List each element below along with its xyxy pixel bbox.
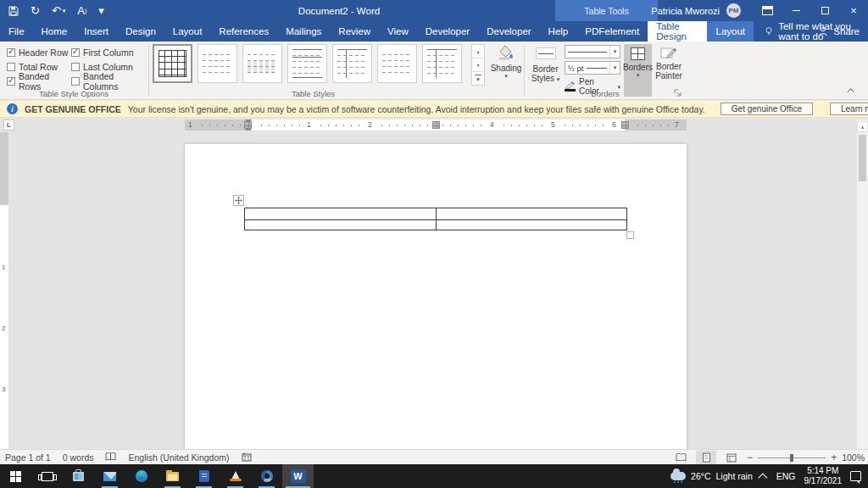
last-column-checkbox[interactable]	[71, 63, 80, 71]
undo-dropdown-icon[interactable]: ▾	[63, 8, 66, 14]
table-cell-r1c1[interactable]	[245, 208, 436, 219]
close-button[interactable]: ×	[839, 0, 868, 21]
start-button[interactable]	[0, 464, 31, 488]
scroll-up-icon[interactable]: ▴	[857, 121, 868, 132]
borders-dialog-launcher-icon[interactable]	[674, 89, 682, 97]
language-switcher[interactable]: ENG	[776, 471, 796, 481]
zoom-level[interactable]: 100%	[842, 452, 865, 463]
tab-file[interactable]: File	[0, 21, 33, 42]
tab-stop-selector[interactable]: L	[3, 119, 14, 130]
table-column-marker-right[interactable]	[621, 121, 629, 129]
undo-icon[interactable]: ↶▾	[52, 5, 65, 16]
checkbox-first-column[interactable]: First Column	[71, 45, 146, 59]
shading-dropdown-icon[interactable]: ▾	[504, 73, 508, 79]
header-row-checkbox[interactable]	[7, 48, 15, 57]
tab-layout[interactable]: Layout	[164, 21, 211, 42]
dictionary-app-button[interactable]	[188, 464, 220, 488]
clock[interactable]: 5:14 PM 9/17/2021	[804, 466, 843, 487]
avatar[interactable]: PM	[726, 3, 741, 18]
zoom-in-button[interactable]: +	[831, 452, 837, 463]
first-column-checkbox[interactable]	[71, 48, 80, 57]
table-column-marker-left[interactable]	[244, 121, 252, 129]
banded-rows-checkbox[interactable]	[7, 77, 15, 86]
learn-more-button[interactable]: Learn more	[830, 103, 868, 115]
tab-view[interactable]: View	[379, 21, 417, 42]
table-cell-r1c2[interactable]	[437, 208, 626, 219]
collapse-ribbon-button[interactable]	[846, 86, 858, 95]
table-style-thumbnail-4[interactable]	[287, 44, 327, 83]
tab-table-design[interactable]: Table Design	[648, 21, 707, 42]
line-weight-dropdown-icon[interactable]: ▾	[609, 62, 620, 74]
zoom-slider-thumb[interactable]	[790, 454, 793, 462]
restore-button[interactable]	[810, 0, 839, 21]
table-move-handle[interactable]	[233, 195, 244, 206]
browser-button[interactable]	[251, 464, 282, 488]
border-styles-dropdown-icon[interactable]: ▾	[557, 76, 560, 82]
banded-columns-checkbox[interactable]	[71, 77, 80, 86]
borders-dropdown-icon[interactable]: ▾	[637, 72, 640, 78]
tab-help[interactable]: Help	[540, 21, 577, 42]
tab-review[interactable]: Review	[330, 21, 379, 42]
tab-developer-1[interactable]: Developer	[417, 21, 478, 42]
checkbox-header-row[interactable]: Header Row	[7, 45, 71, 59]
read-mode-button[interactable]	[670, 451, 691, 464]
mail-app-button[interactable]	[94, 464, 125, 488]
line-weight-dropdown[interactable]: ½ pt ▾	[565, 61, 620, 75]
table-style-thumbnail-6[interactable]	[377, 44, 417, 83]
line-style-dropdown-icon[interactable]: ▾	[609, 46, 620, 58]
signed-in-user[interactable]: Patricia Mworozi	[651, 6, 720, 16]
microsoft-store-button[interactable]	[63, 464, 94, 488]
scrollbar-thumb[interactable]	[859, 135, 866, 181]
tab-mailings[interactable]: Mailings	[277, 21, 330, 42]
tab-references[interactable]: References	[210, 21, 277, 42]
table-style-thumbnail-2[interactable]	[198, 44, 237, 83]
word-app-button[interactable]: W	[282, 464, 314, 488]
file-explorer-button[interactable]	[157, 464, 188, 488]
table-style-thumbnail-1[interactable]	[153, 44, 192, 83]
minimize-button[interactable]	[782, 0, 810, 21]
vlc-player-button[interactable]	[220, 464, 251, 488]
checkbox-banded-rows[interactable]: Banded Rows	[7, 74, 71, 88]
document-table[interactable]	[244, 208, 627, 230]
horizontal-ruler[interactable]: 1 1 2 4 5 6 7	[185, 119, 687, 130]
font-command-icon[interactable]: A)	[77, 5, 86, 16]
customize-qat-icon[interactable]: ▾	[98, 5, 104, 16]
line-style-dropdown[interactable]: ▾	[565, 45, 620, 58]
gallery-scroll-down-button[interactable]: ▾	[472, 58, 484, 72]
print-layout-button[interactable]	[696, 451, 716, 464]
vertical-ruler[interactable]: 1 2 3	[0, 132, 8, 449]
table-cell-r2c2[interactable]	[437, 220, 626, 230]
tab-developer-2[interactable]: Developer	[478, 21, 539, 42]
table-cell-r2c1[interactable]	[245, 220, 436, 230]
proofing-icon[interactable]	[105, 452, 116, 462]
gallery-more-button[interactable]: ▾	[472, 72, 484, 85]
word-count[interactable]: 0 words	[63, 452, 94, 463]
get-genuine-office-button[interactable]: Get genuine Office	[721, 103, 813, 115]
total-row-checkbox[interactable]	[7, 63, 15, 71]
gallery-scroll-up-button[interactable]: ▴	[472, 45, 484, 58]
page-indicator[interactable]: Page 1 of 1	[5, 452, 51, 463]
vertical-scrollbar[interactable]: ▴	[857, 119, 868, 449]
show-hidden-icons-chevron[interactable]	[758, 473, 767, 482]
border-styles-button[interactable]: Border Styles ▾	[530, 44, 561, 95]
tab-design[interactable]: Design	[117, 21, 164, 42]
share-button[interactable]: Share	[818, 21, 860, 42]
tab-pdfelement[interactable]: PDFelement	[576, 21, 648, 42]
document-page[interactable]	[185, 144, 687, 449]
ribbon-display-options-button[interactable]	[753, 0, 782, 21]
zoom-out-button[interactable]: −	[747, 452, 753, 463]
zoom-slider[interactable]	[758, 458, 826, 458]
checkbox-banded-columns[interactable]: Banded Columns	[71, 74, 146, 88]
save-icon[interactable]	[8, 6, 19, 16]
table-resize-handle[interactable]	[626, 231, 634, 239]
redo-icon[interactable]: ↻	[31, 5, 40, 16]
table-style-thumbnail-3[interactable]	[242, 44, 282, 83]
tab-layout-contextual[interactable]: Layout	[707, 21, 754, 42]
tab-home[interactable]: Home	[33, 21, 76, 42]
language-indicator[interactable]: English (United Kingdom)	[128, 452, 229, 463]
task-view-button[interactable]	[31, 464, 63, 488]
macro-record-icon[interactable]	[242, 452, 252, 462]
tab-insert[interactable]: Insert	[75, 21, 117, 42]
web-layout-button[interactable]	[721, 451, 742, 464]
edge-browser-button[interactable]	[125, 464, 157, 488]
